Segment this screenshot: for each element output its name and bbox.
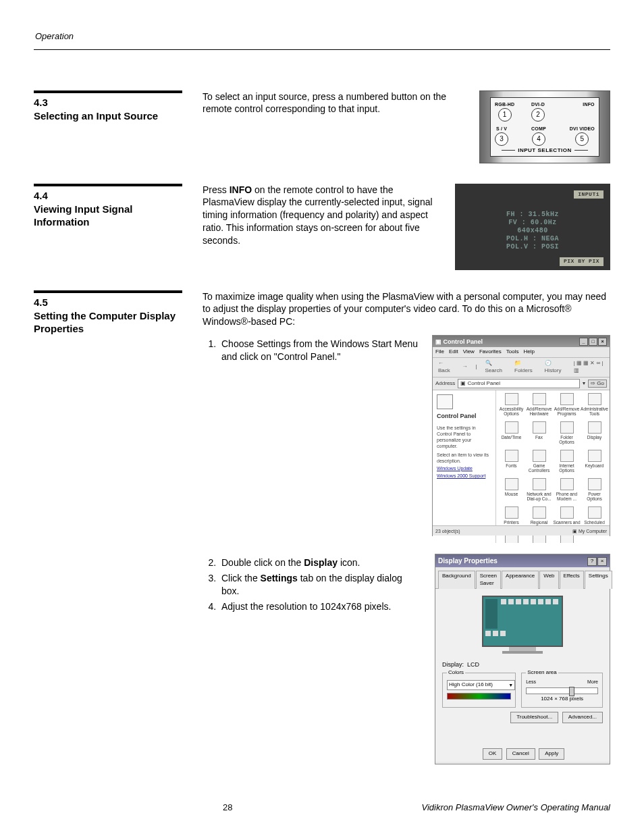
remote-footer: INPUT SELECTION [491,147,599,155]
cp-item[interactable]: Fax [525,420,553,448]
applet-icon [505,478,518,490]
applet-label: Date/Time [498,435,525,440]
section-4-3: 4.3 Selecting an Input Source To select … [34,90,610,163]
applet-icon [533,450,546,462]
page-footer: 28 Vidikron PlasmaView Owner's Operating… [34,802,610,814]
minimize-icon[interactable]: _ [579,338,588,346]
applet-icon [533,506,546,519]
cp-item[interactable]: Mouse [498,477,525,505]
cp-item[interactable]: Game Controllers [525,448,553,477]
applet-icon [533,393,546,405]
tab-background[interactable]: Background [438,571,475,589]
section-rule [34,90,182,93]
cp-item[interactable]: Internet Options [553,448,581,477]
cp-toolbar[interactable]: ← Back →| 🔍 Search 📁 Folders 🕘 History |… [433,358,610,377]
applet-icon [505,450,518,462]
cp-item[interactable]: Add/Remove Hardware [525,392,553,420]
osd-input-badge: INPUT1 [574,190,603,199]
dp-titlebar[interactable]: Display Properties ?× [435,554,610,567]
tab-web[interactable]: Web [539,571,558,589]
section-title: Viewing Input Signal Information [34,203,182,229]
cp-item[interactable]: Add/Remove Programs [553,392,581,420]
remote-btn-5: DVI VIDEO5 [570,126,595,146]
cp-left-pane: Control Panel Use the settings in Contro… [433,390,496,543]
applet-label: Printers [498,520,525,525]
color-bar [447,693,511,700]
cp-item[interactable]: Date/Time [498,420,525,448]
applet-icon [560,535,574,543]
back-button[interactable]: ← Back [435,359,456,375]
apply-button[interactable]: Apply [539,748,564,760]
applet-label: Network and Dial-up Co... [525,492,553,501]
applet-icon [505,506,518,519]
section-number: 4.3 [34,96,182,109]
troubleshoot-button[interactable]: Troubleshoot... [510,712,558,723]
cp-item[interactable]: Power Options [581,477,608,505]
windows-update-link[interactable]: Windows Update [437,465,491,471]
close-icon[interactable]: × [597,557,607,566]
section-number: 4.5 [34,296,182,309]
applet-label: Administrative Tools [581,407,608,416]
dp-colors-group: Colors High Color (16 bit)▼ [442,673,516,708]
maximize-icon[interactable]: □ [589,338,597,346]
step-3: Click the Settings tab on the display di… [219,572,423,598]
cancel-button[interactable]: Cancel [506,748,535,760]
address-field[interactable]: ▣ Control Panel [458,379,580,389]
cp-item[interactable]: Administrative Tools [581,392,608,420]
advanced-button[interactable]: Advanced... [562,712,603,723]
header-rule [34,49,610,50]
cp-item[interactable]: Phone and Modem ... [553,477,581,505]
cp-item[interactable]: Folder Options [553,420,581,448]
windows-support-link[interactable]: Windows 2000 Support [437,473,491,479]
cp-menubar[interactable]: FileEditViewFavoritesToolsHelp [433,347,610,358]
dp-screenarea-group: Screen area LessMore 1024 × 768 pixels [521,673,603,708]
section-rule [34,184,182,186]
cp-item[interactable]: Network and Dial-up Co... [525,477,553,505]
section-rule [34,290,182,293]
section-title: Setting the Computer Display Properties [34,309,182,336]
step-4: Adjust the resolution to 1024x768 pixels… [219,600,423,613]
ok-button[interactable]: OK [483,748,503,760]
applet-icon [505,393,518,405]
history-button[interactable]: 🕘 History [542,359,568,375]
osd-aspect-badge: PIX BY PIX [560,257,603,266]
dp-display-label: Display: LCD [442,660,603,669]
cp-addressbar[interactable]: Address ▣ Control Panel ▾ ⇨ Go [433,377,610,391]
go-button[interactable]: ⇨ Go [588,380,607,388]
tab-appearance[interactable]: Appearance [502,571,539,589]
search-button[interactable]: 🔍 Search [483,359,509,375]
section-number: 4.4 [34,189,182,203]
applet-label: Add/Remove Hardware [525,407,553,416]
cp-item[interactable]: Accessibility Options [498,392,525,420]
osd-info-lines: FH : 31.5kHzFV : 60.0Hz640x480POL.H : NE… [455,211,610,251]
applet-label: Power Options [581,492,608,501]
cp-icon-grid: Accessibility OptionsAdd/Remove Hardware… [496,390,610,543]
remote-figure: RGB-HD1 DVI-D2 INFO S / V3 COMP4 DVI VID… [479,90,610,163]
applet-label: Game Controllers [525,463,553,473]
cp-titlebar[interactable]: ▣ Control Panel _□× [433,336,610,347]
cp-item[interactable]: Keyboard [581,448,608,477]
tab-screensaver[interactable]: Screen Saver [476,571,501,589]
applet-icon [505,421,518,434]
folders-button[interactable]: 📁 Folders [512,359,539,375]
applet-icon [588,506,601,519]
resolution-slider[interactable] [526,687,598,694]
dp-color-select[interactable]: High Color (16 bit)▼ [447,680,515,690]
section-4-4: 4.4 Viewing Input Signal Information Pre… [34,184,610,270]
section-4-5: 4.5 Setting the Computer Display Propert… [34,290,610,765]
close-icon[interactable]: × [598,338,607,346]
cp-item[interactable]: Fonts [498,448,525,477]
tab-effects[interactable]: Effects [560,571,584,589]
remote-btn-4: COMP4 [531,126,546,146]
tab-settings[interactable]: Settings [585,571,612,589]
applet-label: Fax [525,435,553,440]
applet-label: Keyboard [581,463,608,468]
help-icon[interactable]: ? [587,557,597,566]
remote-btn-2: DVI-D2 [531,102,545,122]
applet-label: Accessibility Options [498,407,525,416]
section-body: Press INFO on the remote control to have… [203,184,443,247]
folder-icon: ▣ [435,338,444,345]
dp-tabs: Background Screen Saver Appearance Web E… [435,567,610,589]
cp-item[interactable]: Display [581,420,608,448]
display-properties-window: Display Properties ?× Background Screen … [435,554,610,764]
